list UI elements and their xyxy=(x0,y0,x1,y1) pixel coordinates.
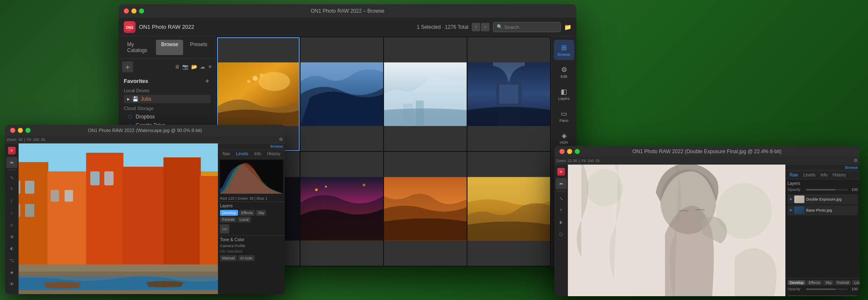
rw-crop-tool[interactable]: ✂ xyxy=(556,178,567,189)
lw-tab-history[interactable]: History xyxy=(264,151,283,157)
rw-tab-develop[interactable]: Develop xyxy=(787,280,806,285)
add-sidebar-button[interactable]: ＋ xyxy=(122,61,133,72)
lw-tab-info[interactable]: Info xyxy=(252,151,264,157)
photo-cell-7[interactable] xyxy=(384,152,467,266)
layers-section: Layers Develop Effects Sky Portrait Loca… xyxy=(218,201,285,235)
photo-cell-8[interactable] xyxy=(467,152,550,266)
lw-crop-tool[interactable]: ✂ xyxy=(6,157,17,168)
opacity-row-1: Opacity 100 xyxy=(787,187,858,192)
layer-visibility-2[interactable]: 👁 xyxy=(789,209,793,212)
left-maximize[interactable] xyxy=(25,128,31,133)
tab-my-catalogs[interactable]: My Catalogs xyxy=(122,40,154,55)
toolbar-browse[interactable]: ⊞ Browse xyxy=(554,40,574,60)
tab-portrait[interactable]: Portrait xyxy=(220,217,236,223)
layer-visibility-1[interactable]: 👁 xyxy=(789,198,793,201)
close-button[interactable] xyxy=(124,8,129,14)
layer-thumb-1 xyxy=(794,195,804,203)
search-box[interactable]: 🔍 Search xyxy=(493,22,561,32)
svg-rect-34 xyxy=(25,204,34,217)
toolbar-layers[interactable]: ◧ Layers xyxy=(554,84,574,104)
folder-nav-icon[interactable]: 📂 xyxy=(191,64,198,70)
rw-tab-effects[interactable]: Effects xyxy=(807,280,822,285)
right-maximize[interactable] xyxy=(575,149,580,154)
rw-tab-local[interactable]: Local xyxy=(852,280,860,285)
tab-presets[interactable]: Presets xyxy=(185,40,212,55)
rw-local-tool[interactable]: ◐ xyxy=(556,217,567,228)
tone-manual[interactable]: Manual xyxy=(220,255,237,261)
sidebar-item-julia[interactable]: ▶ 💾 Julia xyxy=(124,95,211,103)
next-arrow[interactable]: › xyxy=(481,23,490,31)
lw-retouch-tool[interactable]: ◈ xyxy=(6,267,17,278)
tab-browse[interactable]: Browse xyxy=(156,40,183,55)
opacity-slider-1[interactable] xyxy=(806,189,848,190)
left-minimize[interactable] xyxy=(18,128,23,133)
monitor-icon[interactable]: 🖥 xyxy=(175,64,180,70)
lw-settings-icon[interactable]: ⚙ xyxy=(279,137,283,142)
lw-tab-nav[interactable]: Nav xyxy=(220,151,233,157)
rw-tab-history[interactable]: History xyxy=(831,172,848,178)
rw-browse-label[interactable]: Browse xyxy=(845,165,858,170)
zoom-value: 30 xyxy=(18,138,22,142)
tab-effects[interactable]: Effects xyxy=(239,210,255,216)
left-close[interactable] xyxy=(10,128,15,133)
zoom-25[interactable]: 25 xyxy=(41,138,45,142)
rw-zoom-100[interactable]: 100 xyxy=(587,159,594,163)
zoom-100[interactable]: 100 xyxy=(33,138,39,142)
left-titlebar: ON1 Photo RAW 2022 (Waterscape.jpg @ 90.… xyxy=(5,125,285,136)
lw-text-tool[interactable]: T xyxy=(6,184,17,195)
folder-icon[interactable]: 📁 xyxy=(564,24,571,30)
photo-cell-2[interactable] xyxy=(300,37,383,151)
photo-cell-3[interactable] xyxy=(384,37,467,151)
maximize-button[interactable] xyxy=(139,8,144,14)
right-minimize[interactable] xyxy=(567,149,572,154)
sidebar-item-dropbox[interactable]: ⬡ Dropbox xyxy=(124,113,211,121)
lw-transform-tool[interactable]: ⤡ xyxy=(6,172,17,183)
search-icon: 🔍 xyxy=(497,24,503,30)
lw-mix-tool[interactable]: ⊕ xyxy=(6,231,17,242)
sun-icon[interactable]: ☀ xyxy=(208,64,212,70)
rw-mask-tool[interactable]: ⬡ xyxy=(556,228,567,239)
histogram xyxy=(220,160,283,194)
rw-tab-sky[interactable]: Sky xyxy=(823,280,834,285)
photo-cell-4[interactable] xyxy=(467,37,550,151)
rw-transform-tool[interactable]: ⤡ xyxy=(556,193,567,204)
rw-text-tool[interactable]: T xyxy=(556,205,567,216)
julia-label: Julia xyxy=(141,96,151,102)
layer-item-1[interactable]: 👁 Double Exposure.jpg xyxy=(787,194,858,204)
toolbar-hdr[interactable]: ◈ HDR xyxy=(554,128,574,148)
add-filter-button[interactable]: Add Filter xyxy=(787,295,858,296)
tab-local[interactable]: Local xyxy=(237,217,251,223)
chevron-icon: ▶ xyxy=(127,97,130,101)
opacity-slider-2[interactable] xyxy=(806,289,848,290)
rw-tab-levels[interactable]: Levels xyxy=(801,172,818,178)
svg-rect-35 xyxy=(51,190,59,202)
lw-refine-tool[interactable]: ⌥ xyxy=(6,255,17,266)
tone-ai-auto[interactable]: AI Auto xyxy=(238,255,255,261)
lw-browse-label[interactable]: Browse xyxy=(270,144,283,149)
add-favorite-button[interactable]: ＋ xyxy=(204,77,211,85)
tab-develop[interactable]: Develop xyxy=(220,210,238,216)
lw-shape-tool[interactable]: ○ xyxy=(6,207,17,218)
lw-view-tool[interactable]: 👁 xyxy=(6,278,17,289)
layer-item-2[interactable]: 👁 Base Photo.jpg xyxy=(787,205,858,215)
rw-tab-info[interactable]: Info xyxy=(818,172,830,178)
lw-face-tool[interactable]: ☺ xyxy=(6,219,17,230)
camera-icon[interactable]: 📷 xyxy=(182,64,189,70)
rw-settings-icon[interactable]: ⚙ xyxy=(854,158,858,163)
tab-sky[interactable]: Sky xyxy=(256,210,266,216)
toolbar-edit[interactable]: ⚙ Edit xyxy=(554,62,574,82)
lw-local-tool[interactable]: ◐ xyxy=(6,243,17,254)
toolbar-pano[interactable]: ▭ Pano xyxy=(554,106,574,126)
lw-line-tool[interactable]: / xyxy=(6,195,17,206)
prev-arrow[interactable]: ‹ xyxy=(472,23,480,31)
rw-fit[interactable]: Fit xyxy=(581,159,586,163)
minimize-button[interactable] xyxy=(131,8,136,14)
rw-zoom-25[interactable]: 25 xyxy=(595,159,600,163)
cloud-nav-icon[interactable]: ☁ xyxy=(200,64,205,70)
right-close[interactable] xyxy=(559,149,565,154)
fit-label[interactable]: Fit xyxy=(27,138,31,142)
rw-tab-raw[interactable]: Raw xyxy=(787,172,800,178)
rw-tab-portrait[interactable]: Portrait xyxy=(835,280,851,285)
photo-cell-6[interactable] xyxy=(300,152,383,266)
lw-tab-levels[interactable]: Levels xyxy=(234,151,251,157)
